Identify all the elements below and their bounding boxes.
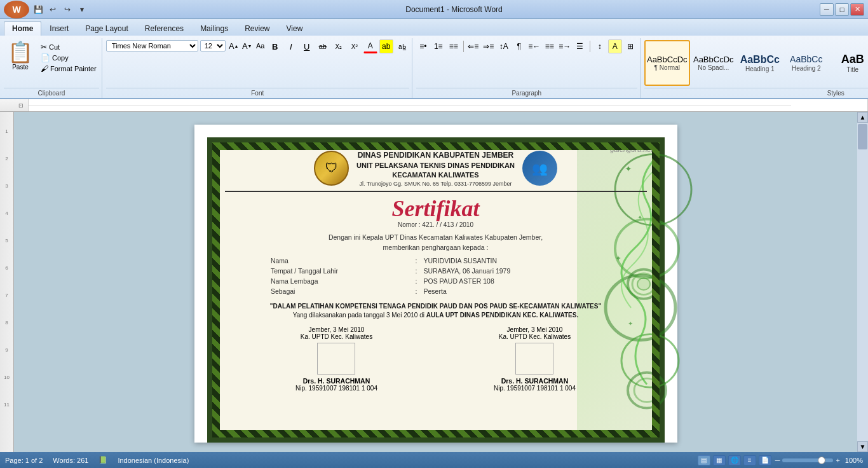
full-reading-btn[interactable]: ▦: [713, 455, 726, 465]
format-painter-button[interactable]: 🖌 Format Painter: [38, 64, 99, 74]
document-area[interactable]: ✦ ✦ ✦ ✦ galeriguru.net 🛡: [14, 112, 857, 452]
close-btn[interactable]: ✕: [850, 3, 864, 16]
tab-view[interactable]: View: [278, 21, 311, 36]
scroll-up-btn[interactable]: ▲: [857, 112, 868, 123]
sort-btn[interactable]: ↕A: [497, 39, 511, 53]
draft-btn[interactable]: 📄: [759, 455, 771, 465]
cut-button[interactable]: ✂ Cut: [38, 42, 99, 52]
vertical-scrollbar[interactable]: ▲ ▼: [857, 112, 868, 452]
cert-statement-line2: Yang dilaksanakan pada tanggal 3 Mei 201…: [238, 311, 634, 320]
clear-formatting-btn[interactable]: Aa: [254, 39, 267, 52]
copy-label: Copy: [52, 54, 69, 62]
font-grow-btn[interactable]: A▲: [227, 39, 240, 52]
format-painter-label: Format Painter: [50, 65, 97, 72]
tab-mailings[interactable]: Mailings: [192, 21, 236, 36]
font-shrink-btn[interactable]: A▼: [241, 39, 254, 52]
align-left-btn[interactable]: ≡←: [527, 39, 541, 53]
highlight-btn[interactable]: ab: [379, 39, 393, 53]
zoom-slider[interactable]: [782, 458, 833, 462]
multilevel-btn[interactable]: ≡≡: [447, 39, 461, 53]
tab-home[interactable]: Home: [4, 21, 41, 36]
bold-button[interactable]: B: [268, 39, 282, 53]
show-marks-btn[interactable]: ¶: [512, 39, 526, 53]
font-label: Font: [106, 88, 409, 97]
style-heading2[interactable]: AaBbCc Heading 2: [783, 40, 829, 86]
align-right-btn[interactable]: ≡→: [558, 39, 572, 53]
cert-intro1: Dengan ini Kepala UPT Dinas Kecamatan Ka…: [225, 233, 647, 241]
style-title-label: Title: [846, 66, 858, 73]
shading-btn[interactable]: A: [608, 39, 622, 53]
cert-title: Sertifikat: [225, 197, 647, 220]
line-spacing-btn[interactable]: ↕: [593, 39, 607, 53]
justify-btn[interactable]: ☰: [573, 39, 587, 53]
title-bar: W 💾 ↩ ↪ ▾ Document1 - Microsoft Word ─ □…: [0, 0, 868, 19]
cert-sign-right-box: [515, 343, 553, 375]
cert-label-ttl: Tempat / Tanggal Lahir: [268, 266, 412, 275]
borders-btn[interactable]: ⊞: [623, 39, 637, 53]
zoom-percent: 100%: [845, 457, 863, 464]
increase-indent-btn[interactable]: ⇒≡: [482, 39, 496, 53]
scroll-track[interactable]: [857, 123, 868, 441]
font-family-select[interactable]: Times New Roman: [106, 40, 198, 52]
style-h2-label: Heading 2: [792, 65, 821, 72]
ruler-corner[interactable]: ⊡: [14, 102, 28, 109]
paste-button[interactable]: 📋 Paste: [4, 39, 37, 73]
tab-references[interactable]: References: [137, 21, 192, 36]
styles-label: Styles: [644, 88, 868, 97]
style-h1-preview: AaBbCc: [740, 53, 780, 65]
cert-field-lembaga: Nama Lembaga : POS PAUD ASTER 108: [268, 277, 603, 286]
style-nospacing-preview: AaBbCcDc: [693, 55, 734, 65]
cert-field-sebagai: Sebagai : Peserta: [268, 287, 603, 296]
style-no-spacing[interactable]: AaBbCcDc No Spaci...: [691, 40, 736, 86]
font-color-btn[interactable]: A: [363, 39, 377, 53]
zoom-thumb[interactable]: [818, 457, 825, 464]
align-center-btn[interactable]: ≡≡: [543, 39, 557, 53]
tab-page-layout[interactable]: Page Layout: [77, 21, 136, 36]
zoom-in-btn[interactable]: +: [836, 457, 839, 464]
print-layout-btn[interactable]: ▤: [698, 455, 710, 465]
web-layout-btn[interactable]: 🌐: [728, 455, 741, 465]
scroll-thumb[interactable]: [858, 124, 867, 149]
qa-dropdown-btn[interactable]: ▾: [76, 3, 88, 16]
copy-icon: 📄: [41, 53, 50, 62]
cert-sign-left-nip: Nip. 19591007 198101 1 004: [295, 385, 377, 392]
office-button[interactable]: W: [4, 1, 29, 18]
decrease-indent-btn[interactable]: ⇐≡: [466, 39, 480, 53]
style-normal-preview: AaBbCcDc: [647, 55, 688, 65]
font-row2: B I U ab X₂ X² A ab ab̲: [268, 39, 409, 53]
numbering-btn[interactable]: 1≡: [431, 39, 445, 53]
scroll-down-btn[interactable]: ▼: [857, 441, 868, 452]
main-content: 1 2 3 4 5 6 7 8 9 10 11: [0, 112, 868, 452]
font-group: Times New Roman 12 A▲ A▼ Aa B I U ab X₂ …: [104, 38, 412, 98]
superscript-button[interactable]: X²: [348, 39, 362, 53]
cert-sign-right-title: Ka. UPTD Kec. Kaliwates: [494, 333, 576, 340]
style-heading1[interactable]: AaBbCc Heading 1: [737, 40, 783, 86]
cert-sign-left-name: Drs. H. SURACHMAN: [295, 377, 377, 385]
cert-info-table: Nama : YURIDVIDIA SUSANTIN Tempat / Tang…: [267, 255, 604, 297]
underline-button[interactable]: U: [300, 39, 314, 53]
style-h2-preview: AaBbCc: [790, 54, 822, 65]
paragraph-label: Paragraph: [416, 88, 637, 97]
minimize-btn[interactable]: ─: [820, 3, 834, 16]
style-title[interactable]: AaB Title: [830, 40, 868, 86]
style-normal[interactable]: AaBbCcDc ¶ Normal: [644, 40, 690, 86]
tab-insert[interactable]: Insert: [41, 21, 77, 36]
save-quick-btn[interactable]: 💾: [32, 3, 44, 16]
maximize-btn[interactable]: □: [835, 3, 849, 16]
cert-number: Nomor : 421. / / 413 / 2010: [225, 221, 647, 228]
font-size-select[interactable]: 12: [200, 40, 226, 52]
cert-org-line1: DINAS PENDIDIKAN KABUPATEN JEMBER: [356, 150, 515, 161]
subscript-button[interactable]: X₂: [332, 39, 346, 53]
strikethrough-button[interactable]: ab: [316, 39, 330, 53]
italic-button[interactable]: I: [284, 39, 298, 53]
para-content: ≡• 1≡ ≡≡ ⇐≡ ⇒≡ ↕A ¶ ≡← ≡≡ ≡→ ☰ ↕ A ⊞: [416, 39, 637, 86]
undo-quick-btn[interactable]: ↩: [46, 3, 59, 16]
tab-review[interactable]: Review: [236, 21, 278, 36]
bullets-btn[interactable]: ≡•: [416, 39, 430, 53]
zoom-out-btn[interactable]: ─: [775, 457, 780, 464]
outline-btn[interactable]: ≡: [743, 455, 756, 465]
zoom-control[interactable]: ─ + 100%: [775, 457, 863, 464]
copy-button[interactable]: 📄 Copy: [38, 53, 99, 63]
redo-quick-btn[interactable]: ↪: [61, 3, 74, 16]
text-effect-btn[interactable]: ab̲: [395, 39, 409, 53]
